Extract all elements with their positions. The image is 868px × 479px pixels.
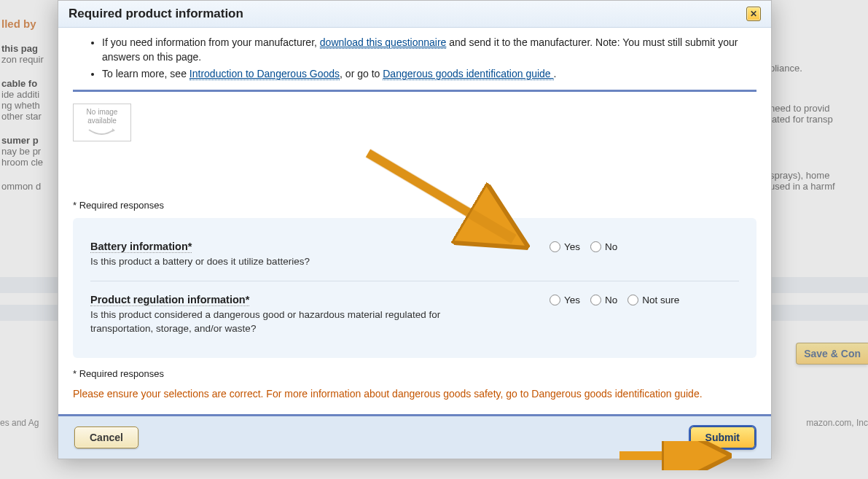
info-text: . [554,68,557,79]
dangerous-goods-guide-link[interactable]: Dangerous goods identification guide [383,68,553,80]
required-product-info-dialog: Required product information ✕ If you ne… [58,0,772,459]
info-item: If you need information from your manufa… [102,35,756,65]
battery-question-title: Battery information* [90,241,192,253]
dialog-body: If you need information from your manufa… [58,28,771,407]
question-divider [90,281,739,281]
dialog-header: Required product information ✕ [58,1,771,28]
battery-options: Yes No [550,240,739,252]
radio-icon [627,295,638,305]
battery-question-desc: Is this product a battery or does it uti… [90,255,491,269]
radio-icon [550,241,560,252]
battery-no-option[interactable]: No [590,241,617,252]
option-label: No [605,295,617,305]
radio-icon [590,295,601,305]
no-image-text: No image [87,108,118,117]
close-icon: ✕ [750,9,757,19]
intro-dangerous-goods-link[interactable]: Introduction to Dangerous Goods [189,68,340,80]
regulation-question-row: Product regulation information* Is this … [90,286,739,343]
submit-button[interactable]: Submit [690,427,755,448]
question-text-block: Product regulation information* Is this … [90,293,491,336]
radio-icon [590,241,601,252]
regulation-options: Yes No Not sure [550,293,739,305]
battery-yes-option[interactable]: Yes [550,241,580,252]
required-note: * Required responses [73,200,756,211]
battery-question-row: Battery information* Is this product a b… [90,233,739,276]
info-text: To learn more, see [102,68,189,79]
regulation-notsure-option[interactable]: Not sure [627,295,679,305]
question-text-block: Battery information* Is this product a b… [90,240,491,269]
option-label: No [605,241,617,252]
warning-message: Please ensure your selections are correc… [73,386,756,401]
amazon-smile-icon [87,128,117,137]
radio-icon [550,295,560,305]
no-image-placeholder: No image available [73,104,131,141]
question-panel: Battery information* Is this product a b… [73,218,756,358]
option-label: Yes [564,295,580,305]
option-label: Not sure [642,295,679,305]
info-list: If you need information from your manufa… [102,35,756,81]
info-text: , or go to [340,68,383,79]
no-image-text: available [87,117,116,125]
divider [73,90,756,92]
regulation-question-title: Product regulation information* [90,294,249,306]
dialog-title: Required product information [69,7,243,21]
regulation-question-desc: Is this product considered a dangerous g… [90,308,491,336]
regulation-yes-option[interactable]: Yes [550,295,580,305]
close-button[interactable]: ✕ [746,7,761,21]
dialog-footer: Cancel Submit [58,414,771,459]
cancel-button[interactable]: Cancel [74,427,138,448]
info-text: If you need information from your manufa… [102,36,320,48]
regulation-no-option[interactable]: No [590,295,617,305]
required-note-bottom: * Required responses [73,368,756,379]
download-questionnaire-link[interactable]: download this questionnaire [320,36,447,49]
option-label: Yes [564,241,580,252]
info-item: To learn more, see Introduction to Dange… [102,66,756,81]
